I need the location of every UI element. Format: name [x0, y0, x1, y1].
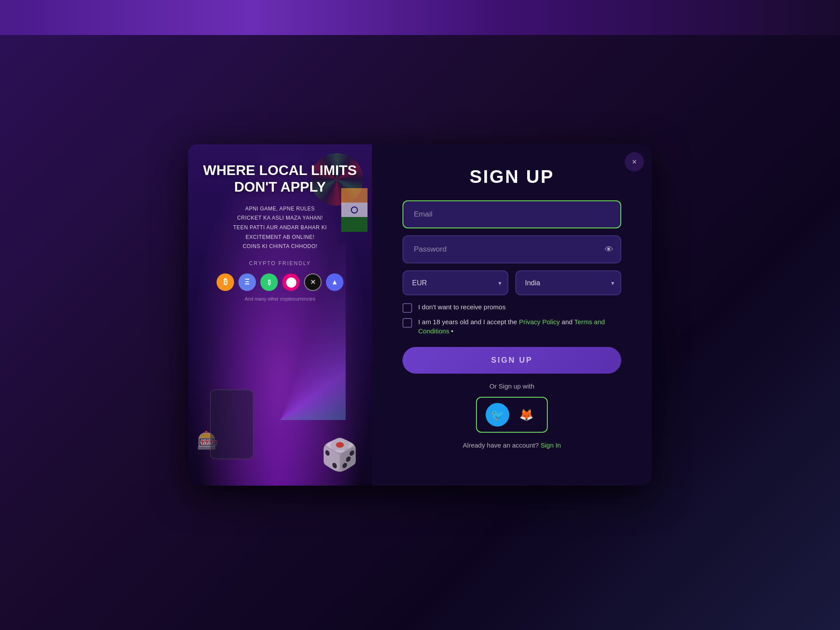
- already-account-text: Already have an account? Sign In: [463, 441, 561, 449]
- password-field-group: 👁: [402, 235, 621, 263]
- signup-button[interactable]: SIGN UP: [402, 347, 621, 374]
- crypto-icons-row: ₿ Ξ ₿ ⬤ ✕ ▲: [199, 273, 361, 291]
- age-terms-checkbox[interactable]: [402, 318, 412, 328]
- currency-select[interactable]: EUR USD GBP INR: [402, 270, 508, 295]
- right-panel: SIGN UP 👁 EUR USD GBP IN: [372, 144, 652, 486]
- metamask-signup-button[interactable]: 🦊: [514, 403, 538, 427]
- left-content: WHERE LOCAL LIMITS DON'T APPLY APNI GAME…: [199, 162, 361, 301]
- modal-overlay: × 🎲 🎰 WHERE LOCAL LIMITS DON'T APPLY: [188, 144, 652, 486]
- bitcoin-cash-icon: ₿: [260, 273, 278, 291]
- panel-subtext: APNI GAME, APNE RULES CRICKET KA ASLI MA…: [199, 204, 361, 252]
- privacy-policy-link[interactable]: Privacy Policy: [519, 318, 560, 326]
- currency-select-wrapper: EUR USD GBP INR ▾: [402, 270, 508, 295]
- promos-checkbox[interactable]: [402, 303, 412, 313]
- country-select-wrapper: India United States United Kingdom Germa…: [515, 270, 621, 295]
- signup-title: SIGN UP: [469, 166, 554, 187]
- signup-modal: × 🎲 🎰 WHERE LOCAL LIMITS DON'T APPLY: [188, 144, 652, 486]
- signin-link[interactable]: Sign In: [540, 441, 561, 449]
- close-icon: ×: [632, 158, 637, 167]
- crypto-more-text: And many other cryptocurrencies: [199, 296, 361, 301]
- promos-checkbox-label: I don't want to receive promos: [418, 302, 506, 312]
- left-panel: 🎲 🎰 WHERE LOCAL LIMITS DON'T APPLY APNI …: [188, 144, 372, 486]
- panel-headline: WHERE LOCAL LIMITS DON'T APPLY: [199, 162, 361, 196]
- password-input[interactable]: [402, 235, 621, 263]
- or-signup-text: Or Sign up with: [490, 382, 535, 390]
- social-buttons-group: 🐦 🦊: [476, 397, 548, 433]
- email-input[interactable]: [402, 200, 621, 228]
- password-wrapper: 👁: [402, 235, 621, 263]
- polkadot-icon: ⬤: [282, 273, 300, 291]
- country-select[interactable]: India United States United Kingdom Germa…: [515, 270, 621, 295]
- bitcoin-icon: ₿: [217, 273, 234, 291]
- promos-checkbox-group: I don't want to receive promos: [402, 302, 621, 313]
- email-field-group: [402, 200, 621, 228]
- twitter-icon: 🐦: [490, 408, 504, 422]
- crypto-label: CRYPTO FRIENDLY: [199, 260, 361, 266]
- dice-decoration: 🎲: [321, 437, 359, 472]
- phone-decoration: [210, 389, 254, 459]
- close-button[interactable]: ×: [625, 152, 644, 172]
- ethereum-icon: Ξ: [238, 273, 256, 291]
- metamask-icon: 🦊: [519, 408, 533, 422]
- age-terms-checkbox-label: I am 18 years old and I accept the Priva…: [418, 317, 621, 336]
- password-toggle-icon[interactable]: 👁: [605, 245, 613, 255]
- metamask-coin-icon: ▲: [326, 273, 343, 291]
- selects-row: EUR USD GBP INR ▾ India United States Un…: [402, 270, 621, 295]
- xrp-icon: ✕: [304, 273, 322, 291]
- age-terms-checkbox-group: I am 18 years old and I accept the Priva…: [402, 317, 621, 336]
- twitter-signup-button[interactable]: 🐦: [486, 403, 509, 427]
